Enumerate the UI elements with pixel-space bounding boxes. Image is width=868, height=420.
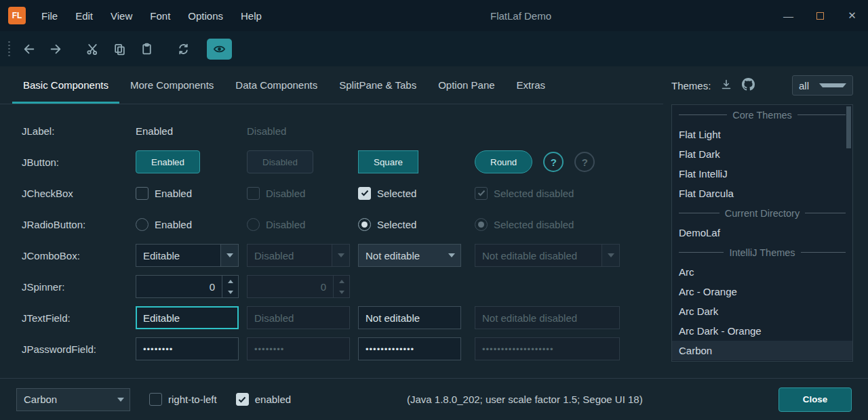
- inspect-toggle-button[interactable]: [207, 39, 232, 60]
- theme-list-item-selected[interactable]: Carbon: [672, 341, 852, 360]
- themes-label: Themes:: [671, 80, 711, 91]
- theme-list-item[interactable]: Arc Dark - Orange: [672, 321, 852, 341]
- help-button[interactable]: ?: [543, 152, 564, 172]
- radio-icon: [247, 218, 260, 231]
- menu-item-help[interactable]: Help: [232, 0, 271, 31]
- tab-option-pane[interactable]: Option Pane: [427, 66, 505, 104]
- checkbox-checked-icon: [358, 187, 371, 200]
- cut-button[interactable]: [79, 37, 106, 60]
- main-area: Basic Components More Components Data Co…: [0, 66, 868, 378]
- combobox-arrow-button[interactable]: [443, 245, 460, 266]
- maximize-button[interactable]: [804, 0, 836, 31]
- chevron-down-icon: [228, 291, 233, 294]
- chevron-up-icon: [339, 280, 344, 283]
- chevron-down-icon: [608, 253, 614, 257]
- download-theme-button[interactable]: [720, 79, 732, 93]
- radio-selected-icon: [475, 218, 488, 231]
- tab-basic-components[interactable]: Basic Components: [12, 66, 119, 104]
- theme-list-item[interactable]: DemoLaf: [672, 223, 852, 243]
- tab-splitpane-tabs[interactable]: SplitPane & Tabs: [328, 66, 427, 104]
- passwordfield-not-editable[interactable]: [358, 337, 461, 360]
- theme-group-separator: Current Directory: [672, 203, 852, 223]
- combobox-arrow-button[interactable]: [112, 389, 130, 411]
- checkbox-disabled: Disabled: [247, 187, 358, 200]
- jbutton-enabled[interactable]: Enabled: [136, 150, 200, 173]
- copy-button[interactable]: [106, 37, 134, 60]
- row-label-jpasswordfield: JPasswordField:: [22, 343, 136, 355]
- menu-item-edit[interactable]: Edit: [66, 0, 102, 31]
- row-label-jbutton: JButton:: [22, 156, 136, 168]
- theme-switch-combobox[interactable]: Carbon: [16, 388, 130, 411]
- radio-disabled: Disabled: [247, 218, 358, 231]
- jlabel-disabled: Disabled: [247, 125, 358, 137]
- copy-icon: [113, 43, 126, 56]
- forward-button[interactable]: [43, 37, 70, 60]
- refresh-button[interactable]: [170, 37, 197, 60]
- theme-list-item[interactable]: Flat Light: [672, 125, 852, 144]
- theme-filter-combobox[interactable]: all: [792, 75, 853, 96]
- jbutton-square[interactable]: Square: [358, 150, 418, 173]
- combobox-arrow-button[interactable]: [220, 245, 238, 266]
- spinner-down-button[interactable]: [222, 287, 238, 297]
- theme-list-item[interactable]: Arc: [672, 262, 852, 282]
- close-button[interactable]: Close: [778, 387, 852, 412]
- checkbox-selected[interactable]: Selected: [358, 187, 475, 200]
- theme-list-item[interactable]: Flat IntelliJ: [672, 164, 852, 184]
- close-icon: ✕: [848, 9, 856, 22]
- maximize-icon: [816, 12, 824, 20]
- row-label-jcombobox: JComboBox:: [22, 250, 136, 261]
- checkbox-label: Enabled: [155, 188, 192, 199]
- tab-data-components[interactable]: Data Components: [224, 66, 328, 104]
- tab-more-components[interactable]: More Components: [119, 66, 224, 104]
- scrollbar-thumb[interactable]: [846, 106, 851, 148]
- radio-selected-disabled: Selected disabled: [475, 218, 663, 231]
- chevron-down-icon: [448, 253, 455, 257]
- toolbar-grip[interactable]: [8, 41, 10, 57]
- theme-list-item[interactable]: Arc - Orange: [672, 282, 852, 301]
- radio-label: Disabled: [266, 219, 305, 230]
- spinner-up-button[interactable]: [222, 276, 238, 287]
- spinner-up-button: [334, 276, 349, 287]
- chevron-down-icon: [339, 291, 344, 294]
- combobox-arrow-button: [332, 245, 349, 266]
- minimize-button[interactable]: —: [772, 0, 804, 31]
- checkbox-selected-disabled: Selected disabled: [475, 187, 663, 200]
- menu-item-options[interactable]: Options: [179, 0, 232, 31]
- checkbox-checked-icon: [475, 187, 488, 200]
- enabled-checkbox[interactable]: enabled: [236, 393, 291, 406]
- menu-item-font[interactable]: Font: [141, 0, 179, 31]
- back-button[interactable]: [16, 37, 43, 60]
- refresh-icon: [177, 43, 190, 56]
- checkbox-icon: [149, 393, 162, 406]
- themes-list: Core Themes Flat Light Flat Dark Flat In…: [671, 104, 853, 362]
- spinner-enabled[interactable]: 0: [136, 275, 239, 298]
- passwordfield-editable[interactable]: [136, 337, 239, 360]
- radio-label: Selected: [377, 219, 416, 230]
- eye-icon: [213, 43, 226, 56]
- textfield-not-editable-disabled: [475, 306, 620, 329]
- theme-list-item[interactable]: Flat Darcula: [672, 184, 852, 203]
- combobox-editable[interactable]: Editable: [136, 244, 239, 267]
- minimize-icon: —: [783, 10, 793, 22]
- github-icon: [742, 78, 755, 91]
- textfield-not-editable[interactable]: [358, 306, 461, 329]
- theme-list-item[interactable]: Flat Dark: [672, 144, 852, 164]
- app-logo-icon: FL: [8, 7, 26, 24]
- rtl-checkbox[interactable]: right-to-left: [149, 393, 217, 406]
- radio-enabled[interactable]: Enabled: [136, 218, 247, 231]
- tab-extras[interactable]: Extras: [506, 66, 557, 104]
- radio-selected[interactable]: Selected: [358, 218, 475, 231]
- github-link[interactable]: [742, 78, 755, 93]
- close-window-button[interactable]: ✕: [836, 0, 868, 31]
- checkbox-enabled[interactable]: Enabled: [136, 187, 247, 200]
- combobox-not-editable[interactable]: Not editable: [358, 244, 461, 267]
- scissors-icon: [86, 43, 99, 56]
- paste-button[interactable]: [134, 37, 161, 60]
- menu-item-view[interactable]: View: [102, 0, 141, 31]
- passwordfield-not-editable-disabled: [475, 337, 620, 360]
- theme-list-item[interactable]: Arc Dark: [672, 301, 852, 321]
- checkbox-label: Disabled: [266, 188, 305, 199]
- jbutton-round[interactable]: Round: [475, 150, 532, 173]
- menu-item-file[interactable]: File: [33, 0, 66, 31]
- textfield-editable[interactable]: [136, 306, 239, 329]
